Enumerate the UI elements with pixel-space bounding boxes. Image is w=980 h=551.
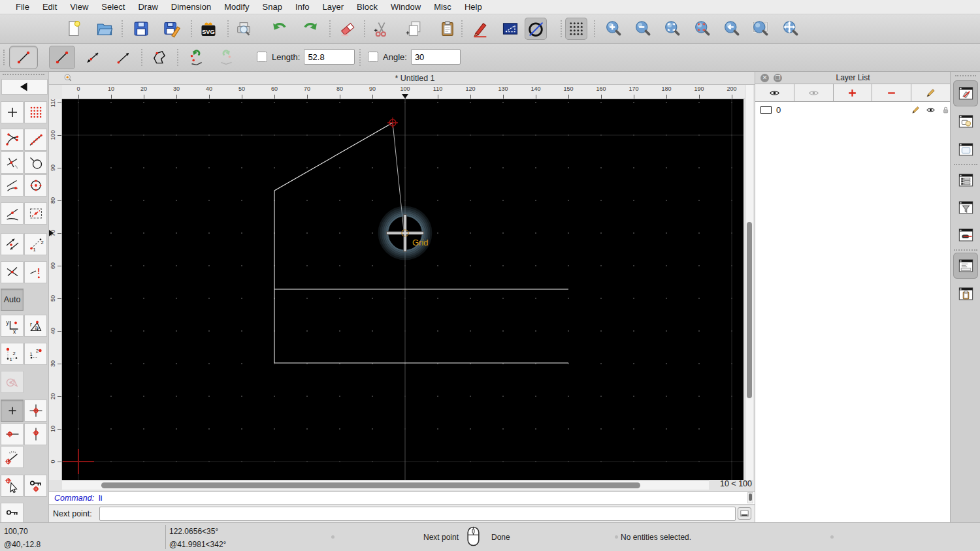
menu-misc[interactable]: Misc [427, 2, 458, 12]
zoom-pan-button[interactable] [779, 18, 802, 40]
menu-view[interactable]: View [63, 2, 95, 12]
layer-eye-button[interactable] [755, 84, 794, 102]
snap-circle-button[interactable] [24, 151, 47, 174]
snap-distance-button[interactable]: 12 [24, 233, 47, 255]
target-horizontal-button[interactable] [1, 423, 24, 445]
snap-tangent-button[interactable] [1, 174, 24, 197]
new-document-button[interactable] [63, 18, 85, 40]
snap-intersection-button[interactable] [1, 261, 24, 283]
menu-help[interactable]: Help [458, 2, 489, 12]
zoom-selected-button[interactable] [691, 18, 713, 40]
length-input[interactable] [304, 49, 355, 65]
draw-pen-button[interactable] [469, 18, 491, 40]
line-arrow-button[interactable] [110, 46, 137, 69]
delete-button[interactable] [336, 18, 359, 40]
command-history-scrollbar[interactable] [747, 492, 753, 503]
redo-button[interactable] [299, 18, 321, 40]
vertical-scrollbar[interactable] [745, 85, 753, 480]
copy-button[interactable] [403, 18, 425, 40]
menu-draw[interactable]: Draw [131, 2, 164, 12]
collapse-left-button[interactable] [1, 79, 48, 95]
restrict-nothing-button[interactable]: ! [24, 261, 47, 283]
target-vertical-button[interactable] [24, 423, 47, 445]
menu-window[interactable]: Window [384, 2, 427, 12]
restrict-orthogonal-button[interactable] [1, 233, 24, 255]
paste-button[interactable] [436, 18, 459, 40]
select-cursor-button[interactable] [1, 475, 24, 497]
auto-snap-button[interactable]: Auto [1, 289, 24, 311]
menu-dimension[interactable]: Dimension [165, 2, 218, 12]
polyline-button[interactable] [146, 46, 172, 69]
dock-entities-button[interactable] [953, 167, 978, 193]
horizontal-scrollbar[interactable] [62, 480, 709, 490]
layer-lock-icon[interactable] [941, 105, 951, 117]
zoom-in-button[interactable] [602, 18, 625, 40]
menu-select[interactable]: Select [95, 2, 131, 12]
menu-file[interactable]: File [9, 2, 36, 12]
snap-grid-button[interactable] [24, 101, 47, 123]
angle-input[interactable] [411, 49, 461, 65]
menu-layer[interactable]: Layer [316, 2, 351, 12]
snap-endpoint-button[interactable] [1, 129, 24, 151]
layer-eye-gray-button[interactable] [794, 84, 834, 102]
cut-button[interactable] [370, 18, 393, 40]
open-button[interactable] [93, 18, 116, 40]
dock-filter-button[interactable] [953, 195, 978, 221]
save-as-button[interactable] [161, 18, 183, 40]
undo-button[interactable] [269, 18, 291, 40]
command-input[interactable] [99, 507, 736, 521]
menu-info[interactable]: Info [289, 2, 316, 12]
svg-export-button[interactable]: SVG [197, 18, 220, 40]
coord-cartesian-button[interactable]: yx [1, 315, 24, 337]
grid-button[interactable] [565, 18, 587, 40]
layer-visible-icon[interactable] [926, 105, 936, 117]
menu-modify[interactable]: Modify [218, 2, 255, 12]
print-preview-button[interactable] [233, 18, 255, 40]
ref-point-2-button[interactable]: 12 [24, 343, 47, 365]
key-button[interactable] [1, 503, 24, 525]
snap-intersection-arc-button[interactable] [1, 151, 24, 174]
snap-middle-button[interactable] [1, 202, 24, 225]
menu-block[interactable]: Block [350, 2, 384, 12]
layer-row[interactable]: 0 [755, 103, 951, 118]
snap-on-entity-button[interactable] [24, 129, 47, 151]
horizontal-scrollbar-thumb[interactable] [101, 482, 640, 488]
line-double-arrow-button[interactable] [80, 46, 106, 69]
zoom-window-button[interactable] [749, 18, 772, 40]
vertical-scrollbar-thumb[interactable] [747, 222, 752, 398]
redo-segment-button[interactable] [214, 46, 240, 69]
drawing-canvas[interactable]: Grid [62, 99, 743, 480]
line-segment-button[interactable] [49, 46, 75, 69]
zoom-previous-button[interactable] [721, 18, 743, 40]
protractor-button[interactable] [1, 446, 24, 468]
key-target-button[interactable] [24, 475, 47, 497]
dock-clipboard-button[interactable] [953, 281, 978, 307]
layer-plus-red-button[interactable] [834, 84, 873, 102]
length-checkbox[interactable] [257, 52, 267, 62]
draft-mode-button[interactable] [525, 18, 547, 40]
dock-command-button[interactable] [953, 253, 978, 279]
dock-library-button[interactable] [953, 136, 978, 163]
crosshair-full-button[interactable] [24, 400, 47, 422]
dock-layers-button[interactable] [953, 80, 978, 106]
snap-free-button[interactable] [1, 101, 24, 123]
coord-polar-button[interactable]: ra [24, 315, 47, 337]
menu-edit[interactable]: Edit [36, 2, 63, 12]
crosshair-small-button[interactable] [1, 400, 24, 422]
layer-minus-red-button[interactable] [872, 84, 911, 102]
snap-entity-box-button[interactable] [24, 202, 47, 225]
order-button[interactable] [499, 18, 521, 40]
layer-edit-icon[interactable] [911, 105, 921, 117]
ref-point-1-button[interactable]: 12 [1, 343, 24, 365]
zoom-out-button[interactable] [632, 18, 654, 40]
zoom-auto-button[interactable] [661, 18, 683, 40]
menu-snap[interactable]: Snap [256, 2, 289, 12]
save-button[interactable] [130, 18, 152, 40]
dock-pen-button[interactable] [953, 222, 978, 248]
snap-center-button[interactable] [24, 174, 47, 197]
undo-segment-button[interactable] [183, 46, 209, 69]
layer-pencil-button[interactable] [911, 84, 951, 102]
command-toggle-button[interactable] [738, 507, 751, 520]
angle-checkbox[interactable] [368, 52, 378, 62]
dock-blocks-button[interactable] [953, 108, 978, 134]
